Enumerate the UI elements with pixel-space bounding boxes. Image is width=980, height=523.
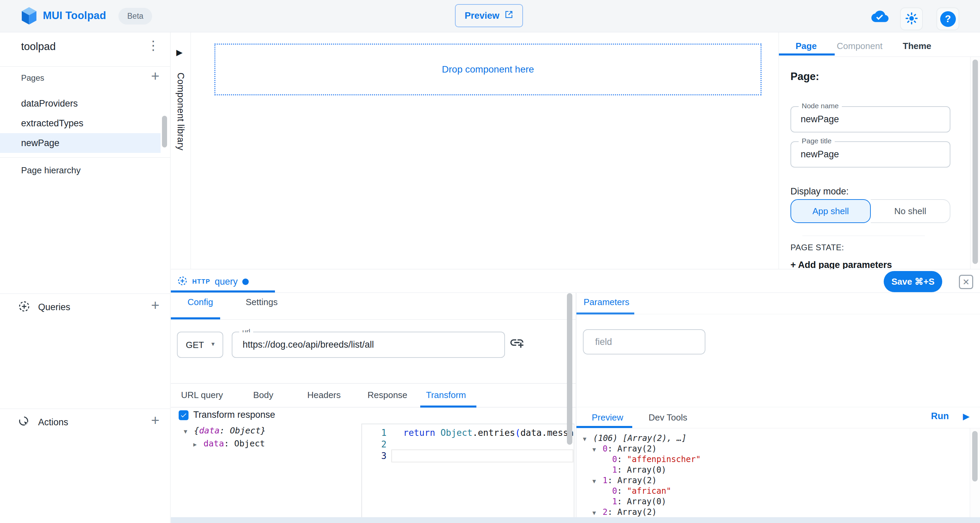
drop-component-zone[interactable]: Drop component here	[215, 43, 762, 95]
close-panel-button[interactable]: ✕	[959, 275, 973, 289]
tab-parameters[interactable]: Parameters	[584, 297, 629, 308]
inspector-scroll-track[interactable]	[970, 57, 980, 269]
tree-row[interactable]: 1: Array(0)	[583, 497, 964, 507]
project-menu-kebab-icon[interactable]: ⋮	[147, 39, 159, 52]
horizontal-scrollbar-strip[interactable]	[171, 517, 980, 523]
node-name-input[interactable]	[801, 107, 940, 132]
tab-config[interactable]: Config	[188, 297, 213, 308]
save-button[interactable]: Save ⌘+S	[884, 271, 942, 292]
page-heading: Page:	[791, 70, 819, 83]
transform-tab-indicator	[420, 405, 476, 408]
add-page-parameters-label: + Add page parameters	[791, 260, 892, 269]
app-title[interactable]: MUI Toolpad	[43, 10, 106, 22]
tab-dev-tools[interactable]: Dev Tools	[649, 412, 687, 423]
preview-button[interactable]: Preview	[455, 4, 523, 27]
page-hierarchy-label[interactable]: Page hierarchy	[21, 165, 81, 176]
tree-row[interactable]: 1: Array(0)	[583, 465, 964, 476]
tree-toggle-icon[interactable]: ▶	[193, 438, 200, 450]
url-field[interactable]: url	[232, 332, 505, 358]
node-name-field[interactable]: Node name	[791, 106, 950, 132]
component-library-label: Component library	[175, 73, 186, 150]
tab-theme[interactable]: Theme	[903, 41, 931, 51]
display-mode-toggle: App shell No shell	[791, 199, 950, 223]
tree-toggle-icon[interactable]: ▼	[184, 425, 191, 437]
http-method-select[interactable]: GET ▼	[177, 332, 223, 358]
expand-library-arrow-icon[interactable]: ▶	[176, 48, 182, 57]
mui-toolpad-app: MUI Toolpad Beta Preview	[0, 0, 980, 523]
display-mode-label: Display mode:	[791, 186, 849, 197]
tree-indent	[602, 455, 609, 465]
run-button[interactable]: Run ▶	[931, 411, 969, 421]
help-button[interactable]: ?	[937, 8, 959, 30]
tree-row[interactable]: ▼2: Array(2)	[583, 507, 964, 517]
open-in-new-icon	[504, 10, 514, 21]
tab-transform[interactable]: Transform	[426, 390, 466, 400]
result-scroll-thumb[interactable]	[972, 431, 978, 482]
tree-toggle-icon[interactable]: ▼	[592, 508, 599, 517]
page-state-label: PAGE STATE:	[791, 243, 844, 252]
parameters-tab-indicator	[576, 313, 634, 315]
sidebar-item-page-newPage[interactable]: newPage	[0, 133, 161, 153]
tree-row[interactable]: 0: "african"	[583, 486, 964, 497]
help-icon: ?	[940, 11, 956, 27]
add-page-button[interactable]: +	[151, 69, 159, 83]
parameter-field-input[interactable]	[595, 330, 697, 354]
tree-row[interactable]: ▼(106) [Array(2), …]	[583, 434, 964, 444]
tree-toggle-icon[interactable]: ▼	[592, 476, 599, 486]
tree-row[interactable]: ▼{data: Object}	[184, 424, 266, 437]
no-shell-option[interactable]: No shell	[871, 199, 950, 223]
tree-row[interactable]: ▼1: Array(2)	[583, 476, 964, 486]
result-json-tree: ▼(106) [Array(2), …]▼0: Array(2) 0: "aff…	[583, 434, 964, 517]
theme-toggle-button[interactable]	[900, 8, 923, 30]
unsaved-changes-dot	[242, 279, 249, 285]
app-shell-option[interactable]: App shell	[791, 199, 871, 223]
tab-page[interactable]: Page	[795, 41, 817, 51]
url-input[interactable]	[243, 332, 495, 357]
tab-component[interactable]: Component	[837, 41, 882, 51]
add-page-parameters-clipped[interactable]: + Add page parameters	[791, 260, 950, 269]
http-badge: HTTP	[192, 278, 210, 285]
tree-indent	[602, 487, 609, 497]
tab-url-query[interactable]: URL query	[181, 390, 223, 400]
sidebar-item-page-extractedTypes[interactable]: extractedTypes	[0, 113, 161, 133]
tree-indent	[602, 497, 609, 507]
page-title-field[interactable]: Page title	[791, 141, 950, 167]
close-icon: ✕	[963, 277, 970, 287]
add-binding-link-icon[interactable]	[509, 335, 525, 352]
tree-row[interactable]: 0: "affenpinscher"	[583, 454, 964, 465]
tab-body[interactable]: Body	[253, 390, 273, 400]
preview-button-label: Preview	[465, 11, 499, 21]
tree-row[interactable]: ▶data: Object	[184, 437, 266, 450]
tree-toggle-icon[interactable]: ▼	[583, 434, 590, 444]
current-line-highlight	[391, 450, 573, 462]
tab-preview[interactable]: Preview	[592, 412, 623, 423]
tab-settings[interactable]: Settings	[246, 297, 278, 308]
actions-section: Actions	[18, 415, 68, 429]
cloud-done-icon	[871, 9, 889, 25]
tree-row[interactable]: ▼0: Array(2)	[583, 444, 964, 454]
component-library-strip[interactable]: ▶ Component library	[170, 32, 191, 269]
tab-headers[interactable]: Headers	[307, 390, 340, 400]
add-action-button[interactable]: +	[151, 413, 159, 428]
parameter-field[interactable]	[583, 329, 705, 354]
inspector-scroll-thumb[interactable]	[972, 60, 978, 264]
query-editor-panel: HTTP query Save ⌘+S ✕ Config Settings GE…	[171, 269, 980, 523]
pages-section-label: Pages	[21, 73, 44, 83]
http-query-icon	[177, 276, 188, 288]
sidebar-item-page-dataProviders[interactable]: dataProviders	[0, 94, 161, 113]
config-section-scrollbar[interactable]	[567, 293, 572, 445]
result-scroll-track[interactable]	[970, 428, 980, 517]
transform-response-checkbox[interactable]	[179, 410, 189, 420]
tree-toggle-icon[interactable]: ▼	[592, 445, 599, 454]
line-number-3: 3	[366, 451, 387, 461]
add-query-button[interactable]: +	[151, 298, 159, 313]
tab-response[interactable]: Response	[368, 390, 407, 400]
transform-code-editor[interactable]: 1 2 3 return Object.entries(data.messag	[361, 424, 574, 518]
pages-scrollbar[interactable]	[162, 116, 167, 147]
query-tab[interactable]: HTTP query	[177, 276, 249, 288]
page-title-input[interactable]	[801, 142, 940, 167]
http-method-value: GET	[186, 340, 204, 350]
code-line-1: return Object.entries(data.messag	[403, 428, 574, 438]
scope-tree: ▼{data: Object}▶data: Object	[184, 424, 266, 450]
mui-toolpad-logo-icon[interactable]	[21, 6, 37, 27]
